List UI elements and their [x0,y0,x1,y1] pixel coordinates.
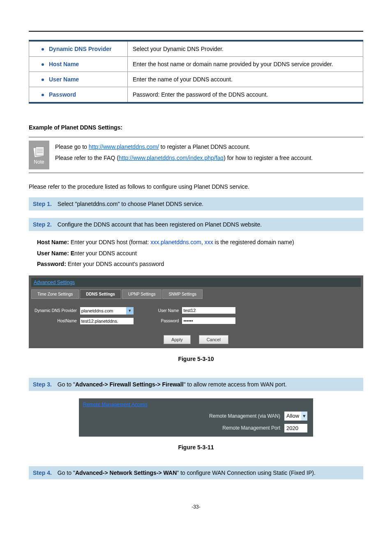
note-line1-suffix: to register a Planet DDNS account. [159,143,250,150]
step-3-label: Step 3. [33,381,52,388]
remote-management-header: Remote Management Access [83,401,309,410]
step-1: Step 1. Select "planetddns.com" to choos… [29,197,363,210]
step-4-label: Step 4. [33,469,52,476]
hostname-example: xxx.planetddns.com [150,239,201,245]
screenshot-ddns-settings: Advanced Settings Time Zone SettingsDDNS… [29,275,363,348]
rm-via-wan-value: Allow [284,412,301,420]
step-4-bold: Advanced-> Network Settings-> WAN [75,469,177,476]
hostname-label: Host Name: [37,239,71,245]
param-label: Host Name [29,57,128,72]
provider-label: Dynamic DNS Provider [35,308,77,313]
hostname-text-c: , [201,239,205,245]
bullet-icon [42,94,44,96]
param-desc: Enter the host name or domain name provi… [128,57,363,72]
password-input[interactable]: •••••• [182,317,235,324]
param-label: Dynamic DNS Provider [29,41,128,57]
table-row: Host NameEnter the host name or domain n… [29,57,363,72]
param-desc: Select your Dynamic DNS Provider. [128,41,363,57]
note-block: Note Please go to http://www.planetddns.… [29,137,363,173]
hostname-text-e: is the registered domain name) [213,239,294,245]
svg-rect-1 [36,147,44,156]
step-3-pre: Go to " [58,381,75,388]
provider-value: planetddns.com [80,308,126,314]
planetddns-link[interactable]: http://www.planetddns.com/ [89,143,159,150]
planetddns-faq-link[interactable]: http://www.planetddns.com/index.php/faq [119,155,224,161]
intro-text: Please refer to the procedure listed as … [29,183,363,190]
table-row: Dynamic DNS ProviderSelect your Dynamic … [29,41,363,57]
step-3-post: " to allow remote access from WAN port. [184,381,287,388]
step-2-details: Host Name: Enter your DDNS host (format:… [29,231,363,271]
example-heading: Example of Planet DDNS Settings: [29,124,363,131]
step-2-label: Step 2. [33,221,52,228]
rm-port-input[interactable]: 2020 [284,424,307,432]
password-form-label: Password [158,319,179,323]
note-line2-suffix: ) for how to register a free account. [224,155,313,161]
param-desc: Password: Enter the password of the DDNS… [128,87,363,103]
bullet-icon [42,79,44,81]
chevron-down-icon: ▾ [301,412,307,421]
note-label: Note [34,159,44,165]
step-3: Step 3. Go to "Advanced-> Firewall Setti… [29,378,363,391]
parameters-table: Dynamic DNS ProviderSelect your Dynamic … [29,40,363,104]
cancel-button[interactable]: Cancel [199,335,228,344]
step-2-text: Configure the DDNS account that has been… [58,221,262,228]
tab-time-zone-settings[interactable]: Time Zone Settings [31,289,79,299]
note-line1-prefix: Please go to [55,143,89,150]
tab-upnp-settings[interactable]: UPNP Settings [122,289,162,299]
rm-port-label: Remote Management Port [83,425,280,431]
note-content: Please go to http://www.planetddns.com/ … [55,137,363,173]
tab-ddns-settings[interactable]: DDNS Settings [80,289,121,299]
hostname-form-label: HostName [35,319,77,323]
step-1-label: Step 1. [33,201,52,207]
advanced-settings-header: Advanced Settings [31,278,361,287]
param-label: Password [29,87,128,103]
username-label: User Name: E [37,250,74,257]
chevron-down-icon: ▾ [126,307,134,314]
hostname-input[interactable]: test12.planetddns. [80,318,134,324]
param-label: User Name [29,72,128,87]
password-text: Enter your DDNS account's password [68,261,164,267]
step-4: Step 4. Go to "Advanced-> Network Settin… [29,466,363,479]
bullet-icon [42,48,44,51]
hostname-var: xxx [205,239,213,245]
step-3-bold: Advanced-> Firewall Settings-> Firewall [75,381,184,388]
rm-via-wan-select[interactable]: Allow ▾ [284,412,307,421]
tab-snmp-settings[interactable]: SNMP Settings [162,289,203,299]
username-text: nter your DDNS account [74,250,137,257]
section-divider [29,31,363,32]
param-desc: Enter the name of your DDNS account. [128,72,363,87]
hostname-text-a: Enter your DDNS host (format: [71,239,151,245]
username-input[interactable]: test12 [182,307,235,314]
username-form-label: User Name [158,308,179,313]
table-row: User NameEnter the name of your DDNS acc… [29,72,363,87]
password-label: Password: [37,261,68,267]
bullet-icon [42,63,44,66]
step-2: Step 2. Configure the DDNS account that … [29,218,363,231]
rm-via-wan-label: Remote Management (via WAN) [83,413,280,419]
table-row: PasswordPassword: Enter the password of … [29,87,363,103]
step-4-post: " to configure WAN Connection using Stat… [177,469,315,476]
note-icon: Note [29,141,49,169]
screenshot-remote-management: Remote Management Access Remote Manageme… [79,398,313,437]
settings-tabs: Time Zone SettingsDDNS SettingsUPNP Sett… [31,289,361,299]
provider-select[interactable]: planetddns.com ▾ [80,307,134,314]
step-4-pre: Go to " [58,469,75,476]
figure-5-3-10-caption: Figure 5-3-10 [29,356,363,362]
note-line2-prefix: Please refer to the FAQ ( [55,155,119,161]
apply-button[interactable]: Apply [164,335,191,344]
page-number: -33- [29,504,363,522]
figure-5-3-11-caption: Figure 5-3-11 [29,444,363,451]
step-1-text: Select "planetddns.com" to choose Planet… [58,201,203,207]
